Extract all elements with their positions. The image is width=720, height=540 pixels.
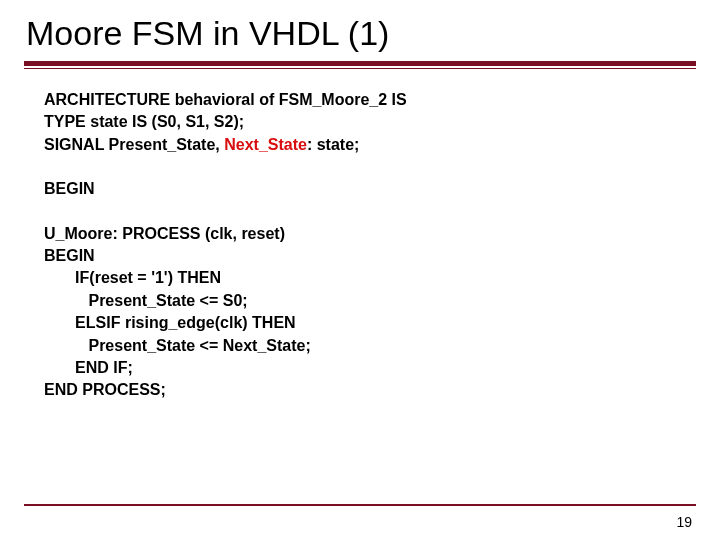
code-line: END IF;: [44, 357, 696, 379]
code-text: : state;: [307, 136, 359, 153]
footer-rule: [24, 504, 696, 506]
code-line: ELSIF rising_edge(clk) THEN: [44, 312, 696, 334]
code-line: BEGIN: [44, 178, 696, 200]
slide-title: Moore FSM in VHDL (1): [24, 14, 696, 53]
blank-line: [44, 156, 696, 178]
code-highlight: Next_State: [224, 136, 307, 153]
page-number: 19: [676, 514, 692, 530]
code-line: END PROCESS;: [44, 379, 696, 401]
code-line: TYPE state IS (S0, S1, S2);: [44, 111, 696, 133]
code-text: SIGNAL Present_State,: [44, 136, 224, 153]
code-line: ARCHITECTURE behavioral of FSM_Moore_2 I…: [44, 89, 696, 111]
slide: Moore FSM in VHDL (1) ARCHITECTURE behav…: [0, 0, 720, 540]
code-block: ARCHITECTURE behavioral of FSM_Moore_2 I…: [24, 69, 696, 402]
title-rule-thick: [24, 61, 696, 66]
code-line: Present_State <= S0;: [44, 290, 696, 312]
code-line: U_Moore: PROCESS (clk, reset): [44, 223, 696, 245]
code-line: BEGIN: [44, 245, 696, 267]
blank-line: [44, 201, 696, 223]
code-line: SIGNAL Present_State, Next_State: state;: [44, 134, 696, 156]
code-line: Present_State <= Next_State;: [44, 335, 696, 357]
code-line: IF(reset = '1') THEN: [44, 267, 696, 289]
